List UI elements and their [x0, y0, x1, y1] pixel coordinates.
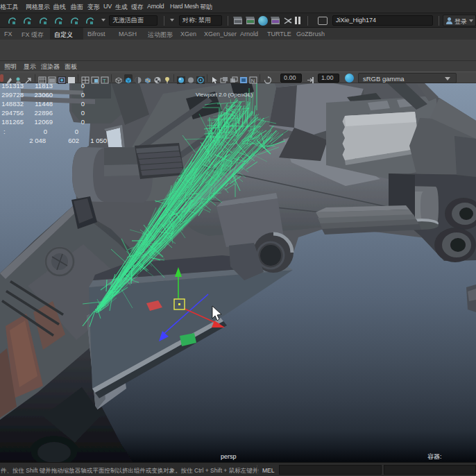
svg-text:容器:: 容器:: [427, 453, 442, 460]
svg-text:602: 602: [68, 137, 79, 144]
svg-text:N: N: [251, 78, 255, 84]
svg-text:22896: 22896: [35, 109, 53, 117]
svg-text:23060: 23060: [35, 91, 53, 99]
svg-text:0: 0: [81, 91, 85, 99]
svg-text:T: T: [103, 78, 106, 84]
svg-text:1 050: 1 050: [90, 137, 107, 144]
svg-text:0: 0: [44, 128, 47, 135]
svg-text::: :: [3, 128, 6, 135]
svg-text:181265: 181265: [1, 118, 24, 126]
svg-text:11448: 11448: [35, 100, 53, 108]
svg-text:294756: 294756: [1, 109, 24, 117]
svg-text:persp: persp: [221, 453, 237, 460]
svg-text:299728: 299728: [1, 91, 24, 99]
svg-text:0: 0: [81, 100, 85, 108]
svg-text:2 048: 2 048: [29, 137, 46, 144]
svg-text:12069: 12069: [35, 118, 53, 126]
svg-text:0: 0: [81, 109, 85, 117]
svg-text:Viewport 2.0 (OpenGL): Viewport 2.0 (OpenGL): [196, 92, 253, 98]
svg-text:148832: 148832: [1, 100, 24, 108]
svg-text:0: 0: [75, 128, 78, 135]
svg-text:0: 0: [81, 118, 85, 126]
